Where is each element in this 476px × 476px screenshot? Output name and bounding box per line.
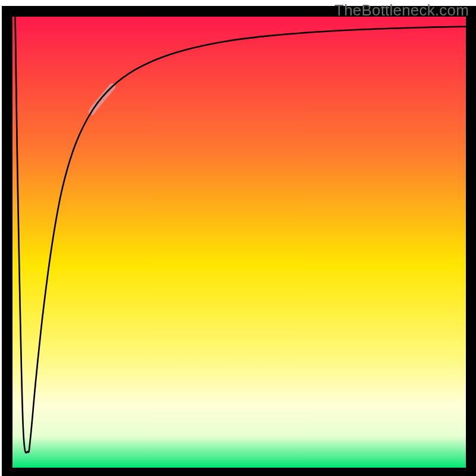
- bottleneck-chart: TheBottleneck.com: [0, 0, 476, 476]
- chart-canvas: [0, 0, 476, 476]
- svg-rect-0: [12, 17, 466, 468]
